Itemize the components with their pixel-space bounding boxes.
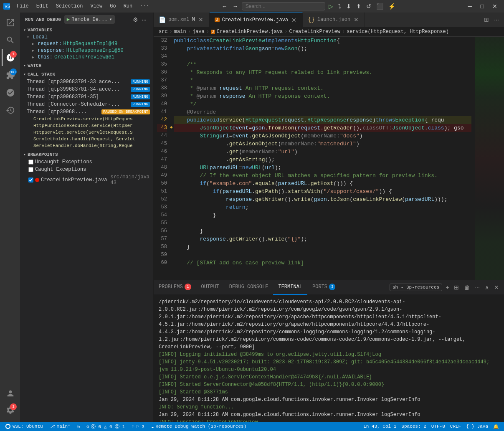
debug-gear-btn[interactable]: ⚙ — [131, 15, 140, 24]
activity-git[interactable] — [2, 102, 18, 119]
frame-2[interactable]: HttpFunctionExecutor.service(HttpSer — [20, 122, 153, 129]
status-encoding[interactable]: UTF-8 — [430, 424, 447, 429]
panel-tab-terminal[interactable]: TERMINAL — [273, 280, 307, 295]
panel-tab-debug-console[interactable]: DEBUG CONSOLE — [224, 280, 274, 295]
bp-caught[interactable]: Caught Exceptions — [20, 166, 153, 173]
debug-step-into-btn[interactable]: ⬇ — [344, 2, 353, 10]
var-this[interactable]: ▶ this: CreateLinkPreview@31 — [23, 54, 153, 61]
debug-forward-btn[interactable]: → — [231, 2, 240, 10]
status-sync[interactable]: ↻ — [76, 424, 82, 429]
terminal-trash-btn[interactable]: 🗑 — [462, 283, 471, 292]
status-language[interactable]: { } Java — [464, 424, 490, 429]
debug-lightning-btn[interactable]: ⚡ — [387, 2, 397, 10]
tab-create-link-close[interactable]: ✕ — [291, 16, 297, 24]
bp-caught-checkbox[interactable] — [28, 167, 33, 172]
tab-create-link[interactable]: J CreateLinkPreview.java ✕ — [210, 13, 303, 27]
frame-5[interactable]: ServletHandler.doHandle(String,Reque — [20, 142, 153, 149]
debug-restart-btn[interactable]: ↺ — [365, 2, 373, 10]
menu-go[interactable]: Go — [106, 2, 119, 11]
breadcrumb-file[interactable]: CreateLinkPreview.java — [217, 29, 283, 35]
activity-extensions[interactable]: 1K+ — [2, 67, 18, 84]
status-branch[interactable]: ⎇ main* — [48, 424, 72, 429]
debug-stop-btn[interactable]: ⬛ — [375, 2, 385, 10]
panel-tab-ports[interactable]: PORTS 3 — [307, 280, 340, 295]
var-response[interactable]: ▶ response: HttpResponseImpl@50 — [23, 47, 153, 54]
status-wsl[interactable]: WSL: Ubuntu — [3, 423, 45, 429]
activity-remote[interactable] — [2, 84, 18, 101]
breadcrumb-main[interactable]: main — [174, 29, 186, 35]
thread-3-badge: RUNNING — [131, 94, 150, 99]
thread-3[interactable]: Thread [qtp399683701-35] RUNNING — [20, 93, 153, 101]
tab-launch-close[interactable]: ✕ — [353, 15, 360, 24]
breadcrumb-class[interactable]: CreateLinkPreview — [289, 29, 340, 35]
status-spaces[interactable]: Spaces: 2 — [400, 424, 428, 429]
breadcrumb-sep-3: › — [206, 29, 209, 35]
variables-local-header[interactable]: ▾ Local — [23, 34, 153, 41]
activity-explorer[interactable] — [2, 14, 18, 31]
breadcrumb-src[interactable]: src — [159, 29, 168, 35]
more-tabs-btn[interactable]: ··· — [492, 15, 501, 24]
panel-tab-output[interactable]: OUTPUT — [196, 280, 224, 295]
status-warnings[interactable]: ⚐ ⚐ 3 — [130, 424, 146, 429]
debug-back-btn[interactable]: ← — [220, 2, 229, 10]
frame-1[interactable]: CreateLinkPreview.service(HttpReques — [20, 116, 153, 122]
debug-more-btn[interactable]: ··· — [140, 15, 148, 24]
breadcrumb-method[interactable]: service(HttpRequest, HttpResponse) — [347, 29, 449, 35]
terminal-split-btn[interactable]: ⊞ — [452, 283, 461, 292]
tab-pom[interactable]: 📄 pom.xml M ✕ — [154, 13, 210, 27]
terminal-add-btn[interactable]: + — [444, 283, 451, 292]
close-btn[interactable]: ✕ — [489, 1, 501, 11]
frame-4[interactable]: ServletHolder.handle(Request, Servlet — [20, 136, 153, 142]
menu-selection[interactable]: Selection — [53, 2, 86, 11]
terminal-up-btn[interactable]: ∧ — [483, 283, 491, 292]
status-errors[interactable]: ⊘ ⓪ 0 △ 0 ⓪ 1 — [85, 423, 127, 430]
debug-step-out-btn[interactable]: ⬆ — [355, 2, 363, 10]
menu-more[interactable]: ··· — [137, 2, 152, 11]
encoding-label: UTF-8 — [431, 424, 445, 429]
activity-account[interactable] — [2, 385, 18, 402]
bp-uncaught-checkbox[interactable] — [28, 160, 33, 165]
status-eol[interactable]: CRLF — [448, 424, 463, 429]
status-ln-col[interactable]: Ln 43, Col 1 — [362, 424, 398, 429]
debug-step-over-btn[interactable]: ⤵ — [337, 2, 343, 10]
status-bell[interactable]: 🔔 — [491, 424, 501, 429]
var-request[interactable]: ▶ request: HttpRequestImpl@49 — [23, 41, 153, 47]
thread-4[interactable]: Thread [Connector-Scheduler-... RUNNING — [20, 101, 153, 108]
tab-launch[interactable]: {} launch.json ✕ — [303, 13, 365, 27]
menu-run[interactable]: Run — [120, 2, 136, 11]
menu-file[interactable]: File — [13, 2, 32, 11]
debug-continue-btn[interactable]: ▷ — [327, 2, 335, 10]
line-56: } — [174, 227, 471, 235]
breakpoints-title[interactable]: ▾ BREAKPOINTS — [20, 151, 153, 158]
terminal-more-btn[interactable]: ··· — [473, 283, 481, 292]
panel-tab-problems[interactable]: PROBLEMS 1 — [154, 280, 196, 295]
menu-view[interactable]: View — [87, 2, 106, 11]
code-content[interactable]: public class CreateLinkPreview implement… — [170, 37, 475, 280]
activity-debug[interactable]: 1 — [2, 49, 18, 66]
frame-3[interactable]: HttpServlet.service(ServletRequest,S — [20, 129, 153, 136]
bp-uncaught[interactable]: Uncaught Exceptions — [20, 158, 153, 166]
line-39: * @param response An HTTP response conte… — [174, 92, 471, 100]
problems-label: PROBLEMS — [159, 284, 183, 290]
thread-2[interactable]: Thread [qtp399683701-34-acce... RUNNING — [20, 86, 153, 93]
tab-pom-close[interactable]: ✕ — [198, 15, 204, 24]
run-debug-config[interactable]: ▶ Remote De... ▾ — [64, 15, 115, 24]
breadcrumb-java[interactable]: java — [192, 29, 205, 35]
thread-5[interactable]: Thread [qtp39968.... PAUSED ON BREAKPOIN… — [20, 108, 153, 116]
watch-title[interactable]: ▾ WATCH — [20, 62, 153, 69]
terminal-shell-label[interactable]: sh - 3p-resources — [390, 284, 442, 291]
variables-title[interactable]: ▾ VARIABLES — [20, 26, 153, 34]
split-editor-btn[interactable]: ⊞ — [482, 15, 491, 24]
minimize-btn[interactable]: ─ — [465, 1, 476, 11]
callstack-title[interactable]: ▾ CALL STACK — [20, 71, 153, 78]
activity-settings[interactable]: 1 — [2, 402, 18, 418]
search-input[interactable] — [242, 2, 325, 10]
menu-edit[interactable]: Edit — [33, 2, 52, 11]
thread-1[interactable]: Thread [qtp399683701-33 acce... RUNNING — [20, 78, 153, 86]
bp-file-checkbox[interactable] — [28, 177, 33, 183]
maximize-btn[interactable]: □ — [477, 1, 487, 11]
activity-search[interactable] — [2, 32, 18, 48]
terminal-close-btn[interactable]: ✕ — [492, 283, 501, 292]
status-remote-debug[interactable]: ☁ Remote Debug Watch (3p-resources) — [149, 424, 248, 429]
bp-file[interactable]: CreateLinkPreview.java src/main/java 43 — [20, 173, 153, 187]
